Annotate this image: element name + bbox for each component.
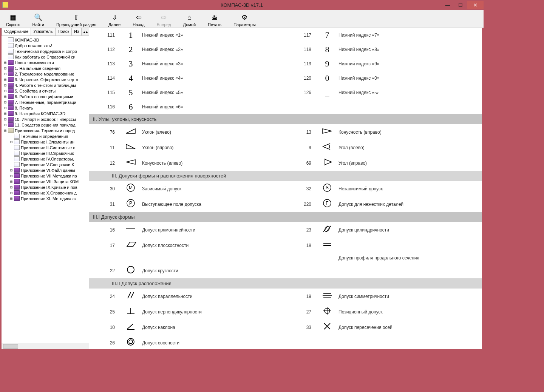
- symbol-glyph: [119, 265, 142, 276]
- tree-toggle[interactable]: ⊞: [3, 83, 8, 87]
- tree-node[interactable]: ⊞Новые возможности: [2, 60, 88, 65]
- tree-toggle[interactable]: ⊞: [3, 77, 8, 82]
- tree-toggle[interactable]: ⊞: [3, 89, 8, 93]
- tree-node[interactable]: ⊞Приложение VII.Методики пр: [2, 173, 88, 179]
- tree-node[interactable]: Приложение III.Справочник: [2, 150, 88, 156]
- tree-node[interactable]: КОМПАС-3D: [2, 37, 88, 43]
- tab-0[interactable]: Содержание: [2, 28, 31, 35]
- tree-toggle[interactable]: ⊞: [3, 94, 8, 99]
- main-content[interactable]: 111 1 Нижний индекс «1» 117 7 Нижний инд…: [89, 28, 482, 349]
- tree-node[interactable]: ⊞10. Импорт и экспорт. Гиперссы: [2, 116, 88, 122]
- book-icon: [8, 100, 14, 105]
- tree-node[interactable]: Добро пожаловать!: [2, 43, 88, 48]
- tree-node[interactable]: ⊞5. Свойства и отчеты: [2, 88, 88, 94]
- tree-toggle[interactable]: ⊞: [9, 191, 14, 195]
- tree-toggle[interactable]: ⊞: [9, 196, 14, 201]
- tree-toggle[interactable]: ⊞: [9, 168, 14, 172]
- tab-1[interactable]: Указатель: [31, 28, 55, 35]
- window-title: КОМПАС-3D v17.1: [221, 2, 263, 8]
- toolbar-next[interactable]: ⇩Далее: [108, 13, 121, 27]
- sidebar-hscroll[interactable]: [2, 343, 89, 349]
- toolbar-back[interactable]: ⇦Назад: [133, 13, 145, 27]
- symbol-code: 112: [89, 47, 119, 52]
- toolbar-hide[interactable]: ▦Скрыть: [6, 13, 20, 27]
- symbol-code: 25: [89, 309, 119, 315]
- titlebar[interactable]: КОМПАС-3D v17.1 — ☐ ✕: [0, 0, 484, 10]
- toolbar-options[interactable]: ⚙Параметры: [233, 13, 256, 27]
- tree-toggle[interactable]: ⊞: [3, 117, 8, 121]
- tab-3[interactable]: Из: [71, 28, 82, 35]
- tree-node[interactable]: Приложение V.Спецзнаки К: [2, 162, 88, 167]
- tab-2[interactable]: Поиск: [55, 28, 72, 35]
- tree-node[interactable]: Приложение IV.Операторы,: [2, 156, 88, 162]
- tree-node[interactable]: ⊞Приложение XI. Методика эк: [2, 196, 88, 201]
- tree-node[interactable]: ⊞8. Печать: [2, 105, 88, 111]
- symbol-desc: Нижний индекс «0»: [338, 76, 482, 81]
- tree-toggle[interactable]: ⊞: [3, 66, 8, 70]
- symbol-code: 31: [89, 202, 119, 207]
- hscroll-thumb[interactable]: [3, 344, 18, 349]
- symbol-code: 23: [286, 227, 316, 233]
- tree-node[interactable]: ⊞1. Начальные сведения: [2, 65, 88, 71]
- toolbar-prev[interactable]: ⇧Предыдущий раздел: [56, 13, 96, 27]
- toolbar-home[interactable]: ⌂Домой: [183, 13, 196, 27]
- toc-tree[interactable]: КОМПАС-3DДобро пожаловать!Техническая по…: [2, 36, 89, 343]
- doc-icon: [8, 43, 14, 48]
- tree-node[interactable]: ⊟Приложения. Термины и опред: [2, 128, 88, 133]
- maximize-button[interactable]: ☐: [454, 1, 467, 9]
- tree-label: Приложение X.Справочник д: [21, 191, 77, 195]
- toolbar-forward: ⇨Вперед: [157, 13, 171, 27]
- tree-toggle[interactable]: ⊞: [9, 179, 14, 184]
- folder-open-icon: [8, 128, 14, 133]
- symbol-desc: Допуск перпендикулярности: [142, 309, 286, 315]
- tree-node[interactable]: ⊞2. Трехмерное моделирование: [2, 71, 88, 77]
- tab-scroll-arrows[interactable]: ◂ ▸: [82, 28, 89, 35]
- minimize-button[interactable]: —: [441, 1, 454, 9]
- tree-toggle[interactable]: ⊞: [3, 60, 8, 65]
- tree-node[interactable]: ⊞Приложение X.Справочник д: [2, 190, 88, 196]
- tree-label: 9. Настройки КОМПАС-3D: [15, 111, 65, 116]
- tree-node[interactable]: ⊞Приложение I.Элементы ин: [2, 139, 88, 145]
- tree-node[interactable]: ⊞6. Работа со спецификациями: [2, 94, 88, 99]
- toolbar-print[interactable]: 🖶Печать: [208, 13, 221, 27]
- tree-toggle[interactable]: ⊞: [3, 72, 8, 76]
- tree-toggle[interactable]: ⊞: [3, 123, 8, 127]
- tree-node[interactable]: ⊞3. Черчение. Оформление черто: [2, 77, 88, 82]
- toolbar-label: Найти: [32, 22, 44, 27]
- tree-node[interactable]: Техническая поддержка и сопро: [2, 48, 88, 54]
- tree-label: 11. Средства решения приклад: [15, 123, 76, 127]
- tree-toggle[interactable]: ⊞: [3, 106, 8, 110]
- table-row: Допуск профиля продольного сечения: [286, 253, 482, 263]
- tree-node[interactable]: Приложение II.Системные к: [2, 145, 88, 150]
- table-row: 118 8 Нижний индекс «8»: [286, 42, 482, 57]
- close-button[interactable]: ✕: [467, 1, 484, 9]
- table-row: 25 Допуск перпендикулярности: [89, 304, 286, 319]
- tree-toggle[interactable]: ⊟: [3, 128, 8, 133]
- book-icon: [8, 105, 14, 110]
- tree-toggle[interactable]: ⊞: [3, 100, 8, 104]
- symbol-code: 120: [286, 76, 316, 81]
- tree-toggle[interactable]: ⊞: [9, 185, 14, 189]
- symbol-glyph: [119, 127, 142, 137]
- tree-node[interactable]: ⊞Приложение IX.Кривые и пов: [2, 184, 88, 190]
- symbol-desc: Нижний индекс «7»: [338, 32, 482, 38]
- content-area: СодержаниеУказательПоискИз◂ ▸ КОМПАС-3DД…: [0, 28, 484, 350]
- tree-label: 2. Трехмерное моделирование: [15, 72, 74, 76]
- tree-node[interactable]: ⊞4. Работа с текстом и таблицам: [2, 82, 88, 88]
- tree-toggle[interactable]: ⊞: [9, 174, 14, 178]
- tree-toggle[interactable]: ⊞: [9, 140, 14, 144]
- home-icon: ⌂: [183, 13, 196, 22]
- table-row: 16 Допуск прямолинейности: [89, 222, 286, 238]
- tree-node[interactable]: Термины и определения: [2, 133, 88, 139]
- symbol-glyph: [119, 306, 142, 317]
- tree-node[interactable]: Как работать со Справочной си: [2, 54, 88, 60]
- tree-node[interactable]: ⊞9. Настройки КОМПАС-3D: [2, 111, 88, 116]
- tree-node[interactable]: ⊞11. Средства решения приклад: [2, 122, 88, 128]
- toolbar-find[interactable]: 🔍Найти: [32, 13, 44, 27]
- tree-node[interactable]: ⊞7. Переменные, параметризаци: [2, 99, 88, 105]
- table-row: 19 Допуск симметричности: [286, 289, 482, 304]
- table-row: 120 0 Нижний индекс «0»: [286, 71, 482, 85]
- tree-node[interactable]: ⊞Приложение VI.Файл данны: [2, 167, 88, 173]
- tree-node[interactable]: ⊞Приложение VIII.Защита КОМ: [2, 179, 88, 184]
- tree-toggle[interactable]: ⊞: [3, 111, 8, 116]
